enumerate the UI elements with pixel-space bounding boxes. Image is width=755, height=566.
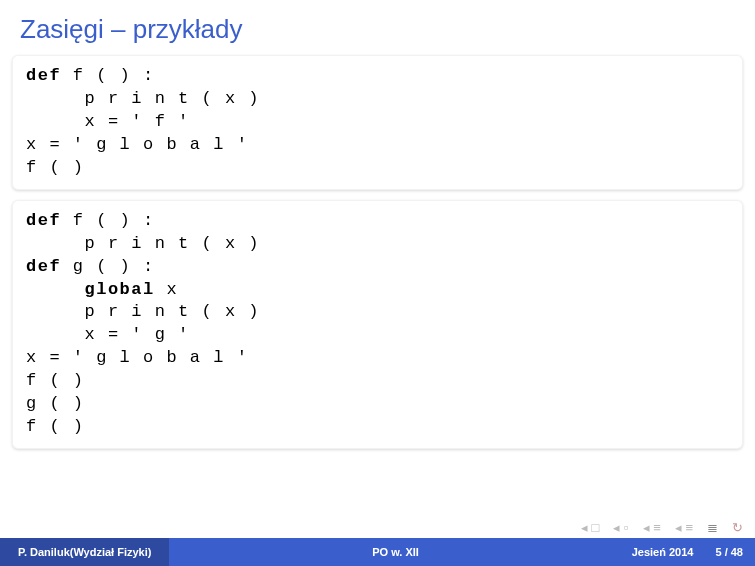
code-line: p r i n t ( x ): [26, 233, 729, 256]
code-text: x: [155, 280, 178, 299]
footer-author: P. Daniluk(Wydział Fizyki): [0, 538, 169, 566]
code-line: p r i n t ( x ): [26, 88, 729, 111]
nav-mode-icon[interactable]: ≣: [707, 520, 718, 535]
code-line: f ( ): [26, 416, 729, 439]
nav-prev-icon[interactable]: ◂ ▫: [613, 520, 628, 535]
code-text: g ( ) :: [61, 257, 155, 276]
code-line: x = ' g l o b a l ': [26, 347, 729, 370]
slide-content: def f ( ) : p r i n t ( x ) x = ' f ' x …: [0, 55, 755, 516]
footer-term: Jesień 2014: [622, 546, 704, 558]
code-line: g ( ): [26, 393, 729, 416]
code-line: def f ( ) :: [26, 65, 729, 88]
footer-course: PO w. XII: [169, 546, 621, 558]
keyword: def: [26, 211, 61, 230]
slide-title: Zasięgi – przykłady: [0, 0, 755, 55]
code-block-2: def f ( ) : p r i n t ( x ) def g ( ) : …: [12, 200, 743, 449]
nav-cycle-icon[interactable]: ↻: [732, 520, 743, 535]
code-line: x = ' g ': [26, 324, 729, 347]
nav-first-icon[interactable]: ◂ □: [581, 520, 599, 535]
code-text: f ( ) :: [61, 211, 155, 230]
footer-pages: 5 / 48: [703, 546, 755, 558]
code-line: f ( ): [26, 370, 729, 393]
nav-bar: ◂ □ ◂ ▫ ◂ ≡ ◂ ≡ ≣ ↻: [0, 516, 755, 538]
nav-last-icon[interactable]: ◂ ≡: [675, 520, 693, 535]
keyword: global: [26, 280, 155, 299]
nav-icons: ◂ □ ◂ ▫ ◂ ≡ ◂ ≡ ≣ ↻: [581, 520, 743, 535]
keyword: def: [26, 257, 61, 276]
code-line: def g ( ) :: [26, 256, 729, 279]
code-line: global x: [26, 279, 729, 302]
keyword: def: [26, 66, 61, 85]
code-line: x = ' f ': [26, 111, 729, 134]
page-sep: /: [722, 546, 731, 558]
code-block-1: def f ( ) : p r i n t ( x ) x = ' f ' x …: [12, 55, 743, 190]
footer: P. Daniluk(Wydział Fizyki) PO w. XII Jes…: [0, 538, 755, 566]
nav-next-icon[interactable]: ◂ ≡: [643, 520, 661, 535]
code-line: def f ( ) :: [26, 210, 729, 233]
page-total: 48: [731, 546, 743, 558]
code-line: f ( ): [26, 157, 729, 180]
code-line: x = ' g l o b a l ': [26, 134, 729, 157]
code-line: p r i n t ( x ): [26, 301, 729, 324]
slide: Zasięgi – przykłady def f ( ) : p r i n …: [0, 0, 755, 566]
code-text: f ( ) :: [61, 66, 155, 85]
